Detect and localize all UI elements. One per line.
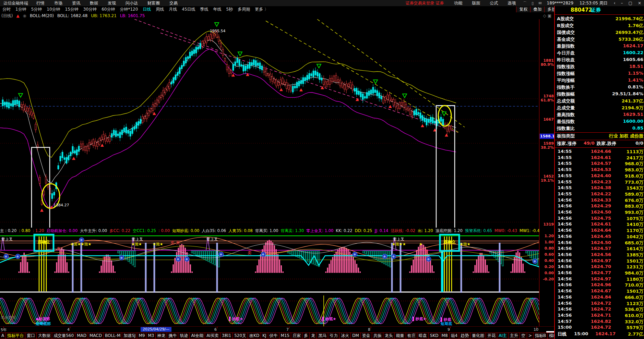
- indicator-tab-擒牛[interactable]: 擒牛: [167, 332, 178, 339]
- timeframe-15分钟[interactable]: 15分钟: [63, 7, 81, 12]
- menu-item-功能[interactable]: 功能: [449, 0, 467, 6]
- maximize-button[interactable]: ▢: [626, 1, 635, 5]
- timeframe-1分钟[interactable]: 1分钟: [13, 7, 29, 12]
- selected-date-label[interactable]: 2025/04/29/—: [141, 327, 171, 332]
- symbol-code[interactable]: 880472: [571, 7, 592, 13]
- sub-indicator-1[interactable]: 零上叉零上叉零上叉零上叉底确立底确立★抛★★抛★★抛★★抛★★抛★★★★抛★卖 …: [0, 234, 539, 295]
- indicator-tab-引力[interactable]: 引力: [328, 332, 339, 339]
- indicator-dot-icon[interactable]: ◉: [23, 13, 26, 18]
- timeframe-10分钟[interactable]: 10分钟: [44, 7, 62, 12]
- menu-item-行情[interactable]: 行情: [32, 0, 49, 6]
- board-type-value[interactable]: 行业 加权 成份股: [609, 133, 643, 139]
- timeframe-30分钟[interactable]: 30分钟: [81, 7, 99, 12]
- phone-icon[interactable]: ▯: [529, 1, 536, 5]
- indicator-tab-AI主[interactable]: AI主: [497, 332, 509, 339]
- indicator-tab-轨迹[interactable]: 轨迹: [178, 332, 190, 339]
- indicator-name[interactable]: BOLL-M(20): [30, 13, 54, 18]
- menu-item-版面[interactable]: 版面: [467, 0, 485, 6]
- indicator-tab-大数据[interactable]: 大数据: [36, 332, 52, 339]
- menu-item-市场[interactable]: 市场: [49, 0, 67, 6]
- sub-indicator-2[interactable]: 未来数据▌抄底★▌抄底★▌抄底★▌抄底短期底◆劲顶部短期底部: [0, 295, 539, 326]
- indicator-tab-龙头[interactable]: 龙头: [383, 332, 395, 339]
- indicator-tab-龙[interactable]: 龙: [309, 332, 317, 339]
- indicator-tab-资金[interactable]: 资金: [360, 332, 372, 339]
- timeframe-日线[interactable]: 日线: [140, 7, 153, 12]
- close-button[interactable]: ×: [635, 1, 644, 5]
- indicator-tab-KJ[interactable]: KJ: [261, 332, 268, 339]
- timeframe-年线[interactable]: 年线: [211, 7, 224, 12]
- indicator-tab-空[interactable]: 空: [520, 332, 527, 339]
- timeframe-月线[interactable]: 月线: [166, 7, 179, 12]
- indicator-tab-AI买卖[interactable]: AI买卖: [205, 332, 220, 339]
- collapse-button[interactable]: ‹: [611, 1, 618, 5]
- menu-item-问小达[interactable]: 问小达: [121, 0, 143, 6]
- up-arrow-icon[interactable]: ▲: [16, 13, 19, 18]
- timeframe-分时[interactable]: 分时: [0, 7, 13, 12]
- indicator-tab-520叉[interactable]: 520叉: [232, 332, 248, 339]
- indicator-tab->[interactable]: >: [527, 332, 534, 339]
- indicator-tab-能量[interactable]: 能量: [394, 332, 406, 339]
- menu-item-公式[interactable]: 公式: [485, 0, 503, 6]
- minimize-button[interactable]: –: [618, 1, 626, 5]
- timeframe-5分钟[interactable]: 5分钟: [29, 7, 45, 12]
- indicator-tab-指标B[interactable]: 指标B: [533, 332, 548, 339]
- timeframe-周线[interactable]: 周线: [153, 7, 166, 12]
- indicator-param-line[interactable]: 主 : 0.20: 0.80: 1.20启动前加仓: 0.00大牛主升: 0.0…: [0, 228, 539, 234]
- timeframe-60分钟[interactable]: 60分钟: [99, 7, 117, 12]
- indicator-tab-加速SJ[interactable]: 加速SJ: [122, 332, 137, 339]
- indicator-tab-有庄[interactable]: 有庄: [406, 332, 417, 339]
- timeframe-季线[interactable]: 季线: [198, 7, 211, 12]
- timeframe-分钟*120[interactable]: 分钟*120: [117, 7, 140, 12]
- indicator-tab-暗盘[interactable]: 暗盘: [417, 332, 429, 339]
- indicator-tab-M8[interactable]: M8: [440, 332, 450, 339]
- indicator-tab-M9[interactable]: M9: [137, 332, 146, 339]
- indicator-tab-改KD[interactable]: 改KD: [248, 332, 261, 339]
- indicator-tab-趋势[interactable]: 趋势: [459, 332, 470, 339]
- account-phone[interactable]: 189****2829: [544, 1, 576, 5]
- menu-item-选项[interactable]: 选项: [503, 0, 521, 6]
- indicator-tab-庄家[interactable]: 庄家: [291, 332, 302, 339]
- symbol-name[interactable]: 证券: [591, 7, 601, 13]
- toolbar-button-复权[interactable]: 复权: [516, 7, 530, 12]
- menu-item-财富圈[interactable]: 财富圈: [143, 0, 165, 6]
- indicator-tab-箱4[interactable]: 箱4: [449, 332, 460, 339]
- timeframe-5秒[interactable]: 5秒: [224, 7, 236, 12]
- indicator-tab-指标平台[interactable]: 指标平台: [5, 332, 25, 339]
- indicator-tab-M15[interactable]: M15: [279, 332, 291, 339]
- indicator-tab-主升[interactable]: 主升: [508, 332, 520, 339]
- indicator-tab-黑马[interactable]: 黑马: [317, 332, 328, 339]
- indicator-tab-量化图[interactable]: 量化图: [470, 332, 486, 339]
- date-axis[interactable]: 5年46789102025/04/29/—: [0, 326, 554, 333]
- indicator-tab-A[interactable]: A: [0, 332, 6, 339]
- timeframe-更多 〉[interactable]: 更多 〉: [252, 7, 271, 12]
- headset-icon[interactable]: ⌒: [521, 1, 529, 6]
- indicator-tab-BOLL-M[interactable]: BOLL-M: [103, 332, 122, 339]
- indicator-tab-AI全能[interactable]: AI全能: [189, 332, 205, 339]
- login-warning[interactable]: 证券交易未登录 证券: [400, 0, 450, 6]
- indicator-tab-DM[interactable]: DM: [350, 332, 361, 339]
- toolbar-button-叠加[interactable]: 叠加: [530, 7, 545, 12]
- menu-item-交易[interactable]: 交易: [165, 0, 182, 6]
- quote-panel[interactable]: 880472 证券 A股成交21996.74亿B股成交1.76亿国债成交2699…: [554, 6, 644, 339]
- indicator-tab-伏牛[interactable]: 伏牛: [268, 332, 279, 339]
- timeframe-45日线[interactable]: 45日线: [179, 7, 198, 12]
- indicator-tab-M3[interactable]: M3: [146, 332, 156, 339]
- timeframe-多周期[interactable]: 多周期: [235, 7, 252, 12]
- indicator-tab-多[interactable]: 多: [302, 332, 310, 339]
- indicator-tab-神龙[interactable]: 神龙: [155, 332, 167, 339]
- menu-item-发现[interactable]: 发现: [103, 0, 121, 6]
- indicator-tab-共振[interactable]: 共振: [372, 332, 383, 339]
- main-candlestick-chart[interactable]: 1955.541384.27: [0, 19, 539, 228]
- indicator-tab-MACD[interactable]: MACD: [88, 332, 104, 339]
- indicator-tab-成交量560[interactable]: 成交量560: [52, 332, 75, 339]
- period-button[interactable]: 日线: [558, 331, 567, 337]
- mail-icon[interactable]: ✉: [536, 1, 544, 5]
- menu-item-数据[interactable]: 数据: [85, 0, 103, 6]
- indicator-tab-窗口[interactable]: 窗口: [25, 332, 37, 339]
- header-corner-icons[interactable]: ◇ ▣: [543, 13, 551, 18]
- menu-item-资讯[interactable]: 资讯: [67, 0, 85, 6]
- indicator-tab-开花[interactable]: 开花: [486, 332, 497, 339]
- indicator-tab-冰火[interactable]: 冰火: [339, 332, 351, 339]
- indicator-tab-MAD[interactable]: MAD: [75, 332, 88, 339]
- indicator-tab-3和1[interactable]: 3和1: [220, 332, 233, 339]
